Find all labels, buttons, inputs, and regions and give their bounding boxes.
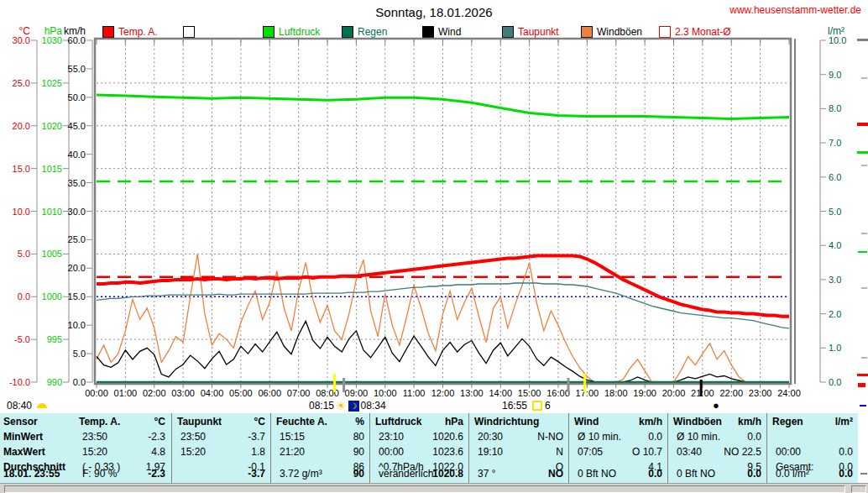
min-value: 1020.6 — [432, 430, 463, 444]
moonrise-time-label: 08:34 — [361, 400, 386, 412]
row-label-minwert: MinWert — [3, 430, 43, 444]
current-value: -3.7 — [248, 467, 265, 481]
min-time: 23:50 — [180, 430, 206, 444]
svg-text:11:00: 11:00 — [403, 388, 426, 398]
min-time: 23:10 — [379, 430, 404, 444]
svg-text:1.0: 1.0 — [829, 343, 841, 353]
sensor-unit: km/h — [639, 415, 662, 429]
current-note: veränderlich — [379, 467, 433, 481]
svg-text:00:00: 00:00 — [85, 388, 108, 398]
weather-chart-svg: 30.025.020.015.010.05.00.0-5.0-10.0°C103… — [0, 0, 868, 413]
current-note: 37 ° — [478, 467, 495, 481]
svg-text:30.0: 30.0 — [68, 207, 86, 217]
sensor-name: Wind — [574, 415, 599, 429]
svg-text:hPa: hPa — [44, 25, 63, 37]
svg-text:15.0: 15.0 — [13, 164, 30, 174]
current-value: 0.0 — [747, 467, 761, 481]
svg-text:1020: 1020 — [42, 121, 62, 131]
svg-text:09:00: 09:00 — [345, 388, 369, 398]
max-time: 15:20 — [82, 445, 107, 459]
svg-text:km/h: km/h — [64, 25, 86, 37]
svg-text:990: 990 — [47, 377, 62, 387]
sunset-annotation: 16:55 6 — [502, 400, 551, 412]
svg-text:1025: 1025 — [42, 78, 62, 88]
min-time: Ø 10 min. — [677, 430, 720, 444]
sunshine-hours-label: 6 — [545, 400, 551, 412]
max-value: 4.8 — [151, 445, 165, 459]
table-group-wind: Windkm/hØ 10 min.0.007:05O 10.74.10 Bft … — [568, 413, 668, 483]
svg-text:23:00: 23:00 — [749, 388, 772, 398]
sensor-unit: % — [355, 415, 364, 429]
sun-icon: ☀ — [336, 401, 347, 411]
current-value: 1020.8 — [432, 467, 463, 481]
svg-text:06:00: 06:00 — [258, 388, 281, 398]
sensor-unit: °C — [254, 415, 265, 429]
weather-dashboard: { "header": { "title": "Sonntag, 18.01.2… — [0, 0, 868, 493]
current-note: 0.0 l/m² — [776, 467, 809, 481]
svg-text:14:00: 14:00 — [489, 388, 512, 398]
table-row-labels: Sensor MinWert MaxWert Durchschnitt 18.0… — [0, 413, 74, 483]
table-group-feuchte-a-: Feuchte A.%15:158021:2090863.72 g/m³90 — [270, 413, 370, 483]
max-time: 15:20 — [180, 445, 206, 459]
svg-text:-10.0: -10.0 — [9, 377, 30, 387]
svg-text:40.0: 40.0 — [68, 149, 86, 160]
svg-text:9.0: 9.0 — [829, 70, 841, 80]
svg-text:20:00: 20:00 — [662, 388, 686, 398]
max-time: 19:10 — [478, 445, 503, 459]
table-group-luftdruck: LuftdruckhPa23:101020.600:001023.6^0.7hP… — [369, 413, 469, 483]
svg-text:5.0: 5.0 — [18, 249, 30, 259]
svg-text:20.0: 20.0 — [68, 263, 86, 273]
svg-text:10.0: 10.0 — [13, 207, 30, 217]
svg-text:01:00: 01:00 — [114, 388, 138, 398]
sensor-name: Luftdruck — [375, 415, 421, 429]
sensor-stats-table: Sensor MinWert MaxWert Durchschnitt 18.0… — [0, 413, 858, 483]
svg-text:24:00: 24:00 — [777, 388, 801, 398]
sensor-unit: °C — [154, 415, 165, 429]
svg-text:7.0: 7.0 — [829, 138, 841, 148]
svg-text:25.0: 25.0 — [68, 234, 86, 244]
sensor-name: Temp. A. — [79, 415, 120, 429]
current-value: 0.0 — [839, 467, 853, 481]
svg-text:1010: 1010 — [42, 207, 62, 217]
svg-text:22:00: 22:00 — [719, 388, 743, 398]
svg-text:19:00: 19:00 — [633, 388, 656, 398]
max-value: 0.0 — [839, 445, 853, 459]
edge-marker — [860, 473, 867, 475]
max-value: 1023.6 — [432, 445, 463, 459]
svg-text:12:00: 12:00 — [431, 388, 455, 398]
horizon-sun-icon — [37, 403, 47, 408]
horizontal-scrollbar[interactable] — [0, 483, 868, 493]
svg-text:8.0: 8.0 — [829, 103, 841, 113]
svg-text:07:00: 07:00 — [287, 388, 311, 398]
sensor-name: Regen — [772, 415, 803, 429]
svg-text:995: 995 — [47, 334, 62, 344]
new-moon-annotation: ● — [713, 400, 719, 411]
svg-text:13:00: 13:00 — [460, 388, 484, 398]
svg-text:10:00: 10:00 — [374, 388, 397, 398]
svg-text:50.0: 50.0 — [68, 92, 86, 102]
svg-text:04:00: 04:00 — [201, 388, 224, 398]
max-value: O 10.7 — [632, 445, 662, 459]
row-label-current: 18.01. 23:55 — [3, 467, 60, 481]
svg-text:5.0: 5.0 — [73, 349, 86, 359]
svg-text:1000: 1000 — [42, 291, 62, 302]
sunshine-icon — [532, 401, 542, 411]
svg-text:03:00: 03:00 — [171, 388, 195, 398]
svg-text:21:00: 21:00 — [691, 388, 714, 398]
svg-text:25.0: 25.0 — [13, 78, 30, 88]
new-moon-icon: ● — [713, 400, 719, 411]
svg-text:05:00: 05:00 — [229, 388, 253, 398]
min-time: 20:30 — [478, 430, 503, 444]
max-time: 21:20 — [280, 445, 305, 459]
current-note: F: 90 % — [82, 467, 117, 481]
current-note: 3.72 g/m³ — [280, 467, 322, 481]
min-value: -2.3 — [148, 430, 165, 444]
sensor-name: Windböen — [673, 415, 722, 429]
max-value: 90 — [353, 445, 364, 459]
sensor-unit: l/m² — [835, 415, 853, 429]
max-value: N — [556, 445, 563, 459]
scrollbar-track[interactable] — [4, 485, 845, 493]
svg-text:55.0: 55.0 — [68, 64, 86, 74]
svg-text:02:00: 02:00 — [143, 388, 166, 398]
scrollbar-stub[interactable] — [851, 485, 866, 493]
